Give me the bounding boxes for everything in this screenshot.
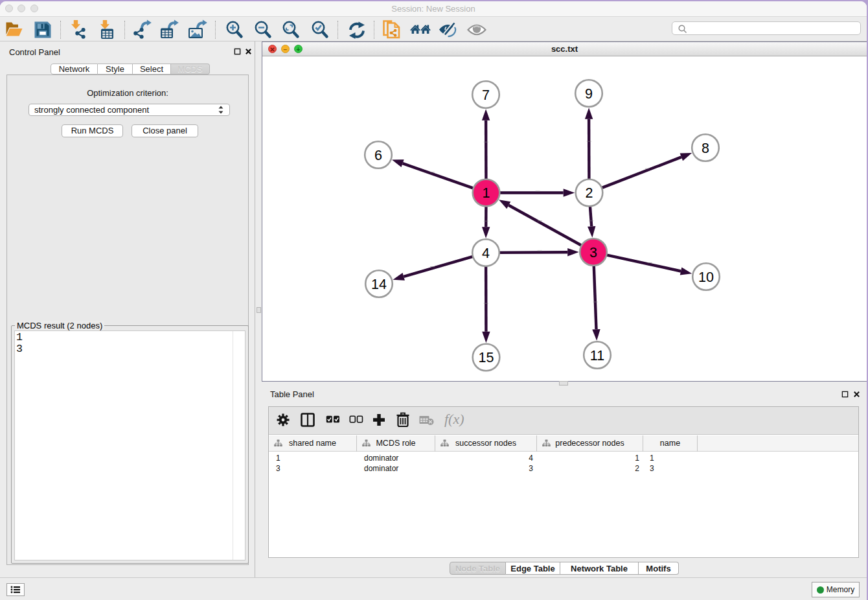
- svg-text:6: 6: [374, 148, 382, 163]
- svg-text:1: 1: [483, 185, 490, 201]
- svg-text:8: 8: [702, 141, 709, 156]
- svg-text:2: 2: [586, 185, 593, 201]
- svg-text:9: 9: [585, 86, 593, 102]
- svg-text:15: 15: [479, 350, 494, 365]
- svg-text:4: 4: [482, 246, 490, 261]
- svg-text:3: 3: [589, 245, 597, 260]
- svg-text:14: 14: [371, 277, 387, 292]
- svg-text:7: 7: [482, 87, 490, 103]
- svg-text:10: 10: [698, 270, 714, 285]
- svg-text:11: 11: [590, 348, 604, 363]
